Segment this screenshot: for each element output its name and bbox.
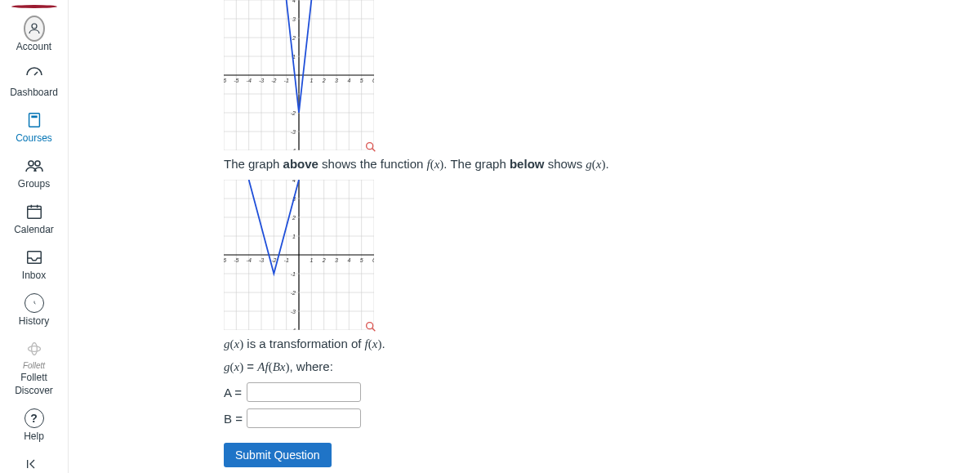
nav-label: Courses bbox=[16, 132, 52, 144]
svg-text:5: 5 bbox=[360, 257, 363, 263]
collapse-icon bbox=[24, 453, 45, 473]
svg-point-0 bbox=[32, 24, 37, 29]
svg-text:4: 4 bbox=[292, 180, 296, 183]
svg-point-3 bbox=[29, 161, 33, 166]
nav-inbox[interactable]: Inbox bbox=[0, 242, 69, 288]
dashboard-icon bbox=[24, 64, 45, 85]
svg-line-58 bbox=[372, 148, 375, 151]
graph-g: -6-5-4-3-2-1123456-4-3-2-11234 bbox=[224, 180, 374, 330]
nav-courses[interactable]: Courses bbox=[0, 105, 69, 150]
svg-rect-1 bbox=[29, 114, 39, 127]
book-icon bbox=[24, 109, 45, 131]
graph-f: -6-5-4-3-2-1123456-4-3-21234 bbox=[224, 0, 374, 150]
svg-text:-5: -5 bbox=[234, 257, 238, 263]
svg-line-102 bbox=[372, 328, 375, 331]
b-input[interactable] bbox=[247, 408, 361, 428]
b-label: B = bbox=[224, 412, 247, 426]
svg-text:-2: -2 bbox=[291, 290, 296, 296]
svg-rect-2 bbox=[31, 116, 37, 118]
svg-text:-3: -3 bbox=[259, 257, 264, 263]
svg-text:4: 4 bbox=[347, 257, 350, 263]
nav-help[interactable]: ? Help bbox=[0, 403, 69, 448]
svg-text:-4: -4 bbox=[291, 328, 296, 330]
svg-text:3: 3 bbox=[335, 78, 338, 83]
svg-text:6: 6 bbox=[372, 78, 374, 83]
svg-text:-2: -2 bbox=[271, 257, 276, 263]
nav-label: Dashboard bbox=[10, 87, 58, 98]
a-label: A = bbox=[224, 386, 247, 399]
svg-text:-1: -1 bbox=[291, 271, 296, 277]
svg-text:1: 1 bbox=[310, 78, 313, 83]
nav-label: Help bbox=[24, 431, 44, 442]
nav-follett-discover[interactable]: Follett Follett Discover bbox=[0, 333, 69, 403]
svg-text:-2: -2 bbox=[271, 78, 276, 83]
groups-icon bbox=[24, 155, 45, 176]
svg-text:2: 2 bbox=[322, 257, 326, 263]
nav-label: Groups bbox=[18, 178, 50, 190]
svg-text:1: 1 bbox=[292, 234, 296, 239]
question-line-1: The graph above shows the function f(x).… bbox=[224, 157, 980, 172]
nav-label: Account bbox=[16, 41, 51, 52]
history-icon bbox=[24, 292, 45, 314]
svg-text:-4: -4 bbox=[291, 148, 296, 150]
svg-text:2: 2 bbox=[292, 215, 296, 221]
svg-text:-1: -1 bbox=[284, 257, 289, 263]
zoom-icon[interactable] bbox=[364, 141, 377, 154]
nav-label: Inbox bbox=[22, 270, 46, 281]
svg-text:-1: -1 bbox=[284, 78, 289, 83]
help-icon: ? bbox=[24, 408, 45, 429]
svg-text:5: 5 bbox=[360, 78, 363, 83]
svg-point-13 bbox=[31, 343, 37, 355]
user-avatar-icon bbox=[24, 18, 45, 39]
svg-text:3: 3 bbox=[335, 257, 338, 263]
svg-text:4: 4 bbox=[292, 0, 296, 3]
svg-text:-4: -4 bbox=[247, 78, 252, 83]
question-line-3: g(x) = Af(Bx), where: bbox=[224, 359, 980, 374]
svg-text:-3: -3 bbox=[291, 129, 296, 135]
svg-text:6: 6 bbox=[372, 257, 374, 263]
svg-text:-6: -6 bbox=[224, 78, 226, 83]
inbox-icon bbox=[24, 247, 45, 268]
nav-groups[interactable]: Groups bbox=[0, 150, 69, 196]
institution-logo[interactable]: CALIFORNIASTATEUNIVERSITYFRESNO bbox=[11, 5, 57, 8]
svg-text:-3: -3 bbox=[291, 309, 296, 315]
svg-text:1: 1 bbox=[310, 257, 313, 263]
nav-account[interactable]: Account bbox=[0, 13, 69, 59]
nav-history[interactable]: History bbox=[0, 288, 69, 333]
nav-calendar[interactable]: Calendar bbox=[0, 196, 69, 242]
svg-text:3: 3 bbox=[292, 16, 296, 22]
svg-point-4 bbox=[35, 161, 40, 166]
nav-label: Follett bbox=[20, 372, 47, 383]
nav-label: Follett bbox=[23, 361, 45, 370]
follett-icon bbox=[24, 338, 45, 359]
svg-rect-12 bbox=[27, 252, 41, 264]
question-line-2: g(x) is a transformation of f(x). bbox=[224, 337, 980, 351]
submit-question-button[interactable]: Submit Question bbox=[224, 443, 332, 467]
a-input[interactable] bbox=[247, 382, 361, 402]
svg-rect-5 bbox=[27, 207, 41, 219]
svg-text:-3: -3 bbox=[259, 78, 264, 83]
nav-label: Discover bbox=[15, 385, 53, 396]
global-nav: CALIFORNIASTATEUNIVERSITYFRESNO Account … bbox=[0, 0, 69, 473]
svg-text:2: 2 bbox=[322, 78, 326, 83]
svg-point-14 bbox=[28, 346, 40, 352]
input-row-a: A = bbox=[224, 382, 980, 402]
svg-text:-5: -5 bbox=[234, 78, 238, 83]
svg-text:-4: -4 bbox=[247, 257, 252, 263]
nav-label: History bbox=[19, 315, 49, 327]
input-row-b: B = bbox=[224, 408, 980, 428]
question-content: -6-5-4-3-2-1123456-4-3-21234 The graph a… bbox=[69, 0, 980, 473]
svg-text:2: 2 bbox=[292, 35, 296, 41]
nav-label: Calendar bbox=[14, 224, 54, 235]
svg-text:-2: -2 bbox=[291, 110, 296, 116]
zoom-icon[interactable] bbox=[364, 320, 377, 333]
nav-dashboard[interactable]: Dashboard bbox=[0, 59, 69, 105]
calendar-icon bbox=[24, 201, 45, 222]
svg-text:4: 4 bbox=[347, 78, 350, 83]
svg-text:-6: -6 bbox=[224, 257, 226, 263]
nav-collapse[interactable] bbox=[0, 448, 69, 473]
